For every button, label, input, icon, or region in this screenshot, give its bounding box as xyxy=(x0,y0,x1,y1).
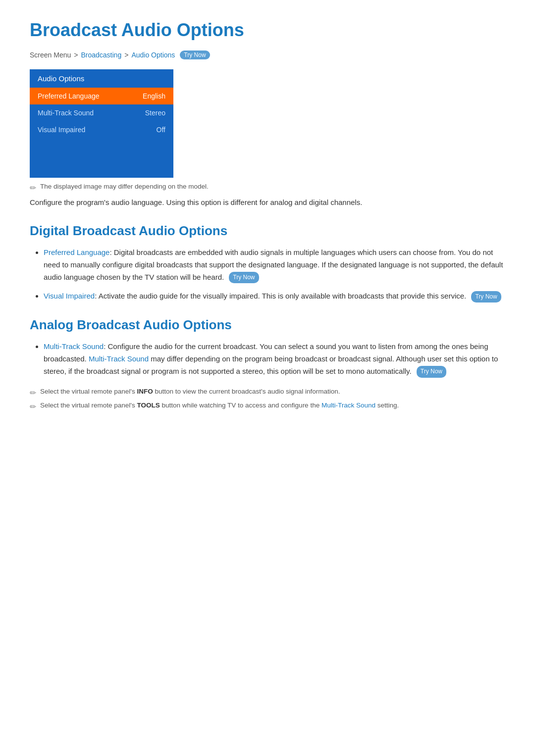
breadcrumb-sep1: > xyxy=(74,51,78,59)
menu-item-value-preferred-language: English xyxy=(143,92,165,100)
menu-item-label-visual-impaired: Visual Impaired xyxy=(38,126,85,134)
digital-broadcast-list: Preferred Language: Digital broadcasts a… xyxy=(30,247,505,302)
digital-section-title: Digital Broadcast Audio Options xyxy=(30,223,505,239)
menu-item-value-multi-track: Stereo xyxy=(145,109,165,117)
note2-text: Select the virtual remote panel's TOOLS … xyxy=(40,402,399,409)
breadcrumb-start: Screen Menu xyxy=(30,51,71,59)
preferred-language-text: : Digital broadcasts are embedded with a… xyxy=(44,248,503,281)
list-item-multi-track-sound: Multi-Track Sound: Configure the audio f… xyxy=(44,341,505,377)
analog-broadcast-section: Analog Broadcast Audio Options Multi-Tra… xyxy=(30,317,505,411)
list-item-visual-impaired: Visual Impaired: Activate the audio guid… xyxy=(44,290,505,302)
menu-item-label-preferred-language: Preferred Language xyxy=(38,92,100,100)
menu-item-preferred-language[interactable]: Preferred Language English xyxy=(30,88,173,104)
note2-link[interactable]: Multi-Track Sound xyxy=(321,402,375,409)
page-title: Broadcast Audio Options xyxy=(30,20,505,41)
multi-track-sound-link[interactable]: Multi-Track Sound xyxy=(44,342,104,351)
visual-impaired-link[interactable]: Visual Impaired xyxy=(44,292,95,300)
note2-bold: TOOLS xyxy=(137,402,160,409)
note2-end: setting. xyxy=(375,402,399,409)
audio-options-menu: Audio Options Preferred Language English… xyxy=(30,69,173,178)
breadcrumb-sep2: > xyxy=(124,51,128,59)
try-now-badge-breadcrumb[interactable]: Try Now xyxy=(180,50,210,59)
try-now-badge-multi-track[interactable]: Try Now xyxy=(417,366,446,378)
note2-before: Select the virtual remote panel's xyxy=(40,402,137,409)
analog-note-1: ✏ Select the virtual remote panel's INFO… xyxy=(30,388,505,398)
breadcrumb-broadcasting[interactable]: Broadcasting xyxy=(81,51,121,59)
pencil-icon-note2: ✏ xyxy=(30,402,36,411)
analog-notes: ✏ Select the virtual remote panel's INFO… xyxy=(30,388,505,411)
multi-track-inline-link[interactable]: Multi-Track Sound xyxy=(89,354,149,363)
analog-section-title: Analog Broadcast Audio Options xyxy=(30,317,505,333)
note1-before: Select the virtual remote panel's xyxy=(40,388,137,395)
menu-item-value-visual-impaired: Off xyxy=(157,126,165,134)
image-note-row: ✏ The displayed image may differ dependi… xyxy=(30,183,505,193)
analog-note-2: ✏ Select the virtual remote panel's TOOL… xyxy=(30,402,505,411)
note1-after: button to view the current broadcast's a… xyxy=(153,388,340,395)
menu-item-visual-impaired[interactable]: Visual Impaired Off xyxy=(30,121,173,138)
intro-paragraph: Configure the program's audio language. … xyxy=(30,197,505,208)
try-now-badge-visual-impaired[interactable]: Try Now xyxy=(471,291,501,303)
image-note-text: The displayed image may differ depending… xyxy=(40,183,209,190)
menu-item-multi-track-sound[interactable]: Multi-Track Sound Stereo xyxy=(30,104,173,121)
breadcrumb-audio-options[interactable]: Audio Options xyxy=(131,51,175,59)
list-item-preferred-language: Preferred Language: Digital broadcasts a… xyxy=(44,247,505,283)
note1-text: Select the virtual remote panel's INFO b… xyxy=(40,388,340,395)
try-now-badge-preferred-language[interactable]: Try Now xyxy=(229,272,259,284)
menu-footer xyxy=(30,138,173,178)
preferred-language-link[interactable]: Preferred Language xyxy=(44,248,109,256)
pencil-icon-note1: ✏ xyxy=(30,388,36,398)
visual-impaired-text: : Activate the audio guide for the visua… xyxy=(95,292,466,300)
menu-header: Audio Options xyxy=(30,69,173,88)
analog-broadcast-list: Multi-Track Sound: Configure the audio f… xyxy=(30,341,505,377)
digital-broadcast-section: Digital Broadcast Audio Options Preferre… xyxy=(30,223,505,302)
note2-after: button while watching TV to access and c… xyxy=(160,402,321,409)
breadcrumb: Screen Menu > Broadcasting > Audio Optio… xyxy=(30,50,505,59)
menu-item-label-multi-track: Multi-Track Sound xyxy=(38,109,94,117)
pencil-icon: ✏ xyxy=(30,183,36,193)
note1-bold: INFO xyxy=(137,388,153,395)
